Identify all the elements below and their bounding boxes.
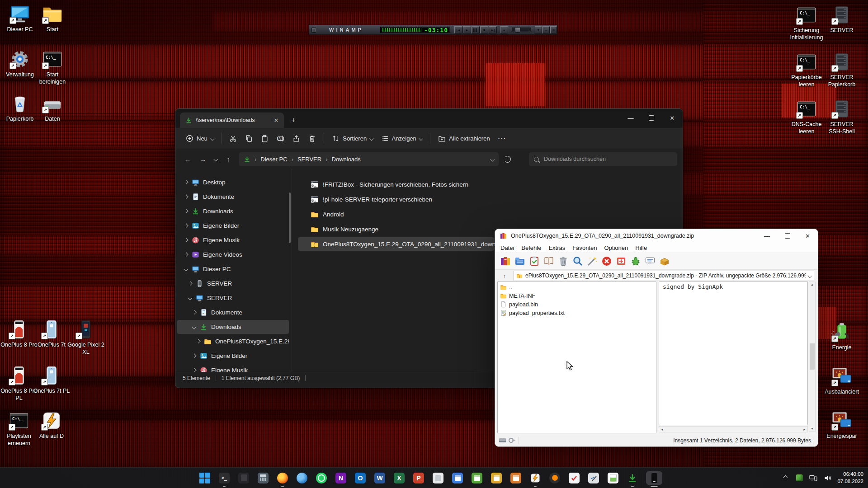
maximize-button[interactable] bbox=[641, 109, 662, 127]
desktop-icon-energie[interactable]: ↗Energie bbox=[823, 322, 861, 351]
maximize-button[interactable] bbox=[777, 229, 797, 243]
winamp-previous-button[interactable]: |◄ bbox=[454, 26, 462, 33]
archive-row[interactable]: payload_properties.txt bbox=[498, 309, 656, 317]
test-button[interactable] bbox=[528, 255, 541, 267]
find-button[interactable] bbox=[571, 255, 584, 267]
minimize-button[interactable]: — bbox=[757, 229, 777, 243]
view-button[interactable]: Anzeigen bbox=[377, 131, 427, 145]
info-button[interactable] bbox=[600, 255, 613, 267]
sidebar-item-eigene-musik-server[interactable]: Eigene Musik bbox=[177, 363, 289, 372]
view-button[interactable] bbox=[542, 255, 555, 267]
sidebar-item-downloads-server[interactable]: Downloads bbox=[177, 320, 289, 334]
file-row[interactable]: !FRITZ!Box - Sicherungen verschieben, Fo… bbox=[298, 178, 494, 191]
comment-vertical-scrollbar[interactable]: ▲▼ bbox=[809, 282, 816, 432]
archive-row[interactable]: payload.bin bbox=[498, 300, 656, 309]
winamp-stop-button[interactable]: ■ bbox=[480, 26, 488, 33]
taskbar-onenote[interactable]: N bbox=[335, 472, 347, 484]
new-button[interactable]: Neu bbox=[182, 131, 217, 145]
taskbar-whatsapp[interactable] bbox=[316, 472, 327, 484]
paste-button[interactable] bbox=[257, 131, 273, 145]
rename-button[interactable]: A bbox=[273, 131, 288, 145]
dropdown-icon[interactable] bbox=[807, 273, 811, 277]
file-row-selected[interactable]: OnePlus8TOxygen_15.E.29_OTA_0290_all_211… bbox=[298, 237, 494, 251]
extract-all-button[interactable]: Alle extrahieren bbox=[434, 131, 494, 145]
file-row[interactable]: !pi-hole-SERVER-teleporter verschieben bbox=[298, 192, 494, 206]
menu-datei[interactable]: Datei bbox=[497, 244, 518, 251]
desktop-icon-server-papierkorb[interactable]: ↗SERVER Papierkorb bbox=[823, 52, 861, 88]
start-button[interactable] bbox=[199, 472, 211, 484]
menu-befehle[interactable]: Befehle bbox=[518, 244, 545, 251]
tray-connected-devices-icon[interactable] bbox=[809, 474, 817, 482]
sidebar-item-dokumente[interactable]: Dokumente bbox=[177, 190, 289, 204]
breadcrumb-item[interactable]: Dieser PC bbox=[260, 156, 287, 163]
winamp-eject-button[interactable]: ▲ bbox=[500, 26, 508, 33]
repair-button[interactable] bbox=[615, 255, 627, 267]
winrar-file-list[interactable]: .. META-INF payload.bin payload_properti… bbox=[497, 282, 656, 433]
delete-button[interactable] bbox=[557, 255, 570, 267]
taskbar-clock[interactable]: 06:40:00 07.08.2022 bbox=[837, 471, 863, 485]
breadcrumb-item[interactable]: Downloads bbox=[332, 156, 361, 163]
taskbar-commander-orange[interactable] bbox=[510, 472, 522, 484]
tray-speaker-icon[interactable] bbox=[823, 474, 831, 482]
sidebar-item-server-pc[interactable]: SERVER bbox=[177, 291, 289, 305]
sort-button[interactable]: Sortieren bbox=[328, 131, 377, 145]
taskbar-remote-app[interactable] bbox=[238, 472, 250, 484]
comment-button[interactable] bbox=[644, 255, 656, 267]
taskbar-powerpoint[interactable]: P bbox=[413, 472, 425, 484]
taskbar-light-app[interactable] bbox=[432, 472, 444, 484]
scroll-left-icon[interactable]: ◄ bbox=[660, 428, 664, 431]
taskbar-winamp[interactable] bbox=[529, 472, 541, 484]
taskbar-calculator[interactable] bbox=[257, 472, 269, 484]
breadcrumb-item[interactable]: SERVER bbox=[297, 156, 321, 163]
scroll-right-icon[interactable]: ► bbox=[803, 428, 806, 431]
desktop-icon-dns-cache-leeren[interactable]: ↗DNS-Cache leeren bbox=[788, 99, 826, 135]
desktop-icon-start[interactable]: ↗Start bbox=[33, 4, 71, 33]
sidebar-item-eigene-videos[interactable]: Eigene Videos bbox=[177, 248, 289, 262]
share-button[interactable] bbox=[288, 131, 304, 145]
forward-button[interactable]: → bbox=[196, 152, 210, 166]
back-button[interactable]: ← bbox=[181, 152, 194, 166]
taskbar-outlook[interactable]: O bbox=[354, 472, 366, 484]
file-row[interactable]: Musik Neuzugaenge bbox=[298, 222, 494, 236]
sidebar-item-server-phone[interactable]: SERVER bbox=[177, 277, 289, 291]
wizard-button[interactable] bbox=[586, 255, 599, 267]
explorer-tab[interactable]: \\server\nas\Downloads ✕ bbox=[180, 113, 284, 128]
taskbar-downloads-window[interactable] bbox=[627, 472, 638, 484]
desktop-icon-server[interactable]: ↗SERVER bbox=[823, 5, 861, 34]
taskbar-commander-blue[interactable] bbox=[452, 472, 463, 484]
add-button[interactable] bbox=[499, 255, 512, 267]
menu-hilfe[interactable]: Hilfe bbox=[632, 244, 651, 251]
taskbar-firefox[interactable] bbox=[277, 472, 288, 484]
tab-close-icon[interactable]: ✕ bbox=[272, 116, 280, 124]
search-input[interactable] bbox=[543, 155, 672, 163]
taskbar-thunderbird[interactable] bbox=[296, 472, 308, 484]
tray-chevron-up-icon[interactable] bbox=[781, 474, 789, 482]
refresh-icon[interactable] bbox=[504, 156, 511, 163]
scroll-down-icon[interactable]: ▼ bbox=[811, 427, 814, 430]
archive-row-up[interactable]: .. bbox=[498, 283, 656, 291]
search-box[interactable] bbox=[529, 152, 677, 166]
file-row[interactable]: Android bbox=[298, 207, 494, 221]
sidebar-item-eigene-musik[interactable]: Eigene Musik bbox=[177, 233, 289, 247]
winamp-play-button[interactable]: ► bbox=[463, 26, 471, 33]
archive-path-field[interactable]: ePlus8TOxygen_15.E.29_OTA_0290_all_21100… bbox=[514, 271, 814, 281]
menu-favoriten[interactable]: Favoriten bbox=[569, 244, 600, 251]
desktop-icon-papierkoerbe-leeren[interactable]: ↗Papierkörbe leeren bbox=[788, 52, 826, 88]
archive-row[interactable]: META-INF bbox=[498, 291, 656, 300]
desktop-icon-alle-auf-d[interactable]: ↗Alle auf D bbox=[33, 410, 71, 440]
winamp-volume-slider[interactable] bbox=[512, 28, 531, 32]
up-directory-button[interactable]: ↑ bbox=[499, 271, 510, 281]
winamp-menu-icon[interactable] bbox=[311, 28, 316, 33]
close-button[interactable]: ✕ bbox=[797, 229, 818, 243]
cut-button[interactable] bbox=[225, 131, 241, 145]
taskbar-phone-mirror[interactable] bbox=[646, 471, 662, 485]
winamp-options-button[interactable]: ▼ bbox=[535, 26, 542, 33]
desktop-icon-sicherung-initialisierung[interactable]: ↗Sicherung Initialisierung bbox=[788, 5, 826, 41]
winamp-shade-button[interactable]: – bbox=[542, 26, 550, 33]
sidebar-item-eigene-bilder[interactable]: Eigene Bilder bbox=[177, 219, 289, 233]
close-button[interactable]: ✕ bbox=[662, 109, 683, 127]
desktop-icon-daten[interactable]: ↗Daten bbox=[33, 93, 71, 122]
delete-button[interactable] bbox=[304, 131, 320, 145]
desktop-icon-energiespar[interactable]: ↗Energiespar bbox=[823, 410, 861, 440]
winamp-volume-thumb[interactable] bbox=[515, 27, 520, 33]
